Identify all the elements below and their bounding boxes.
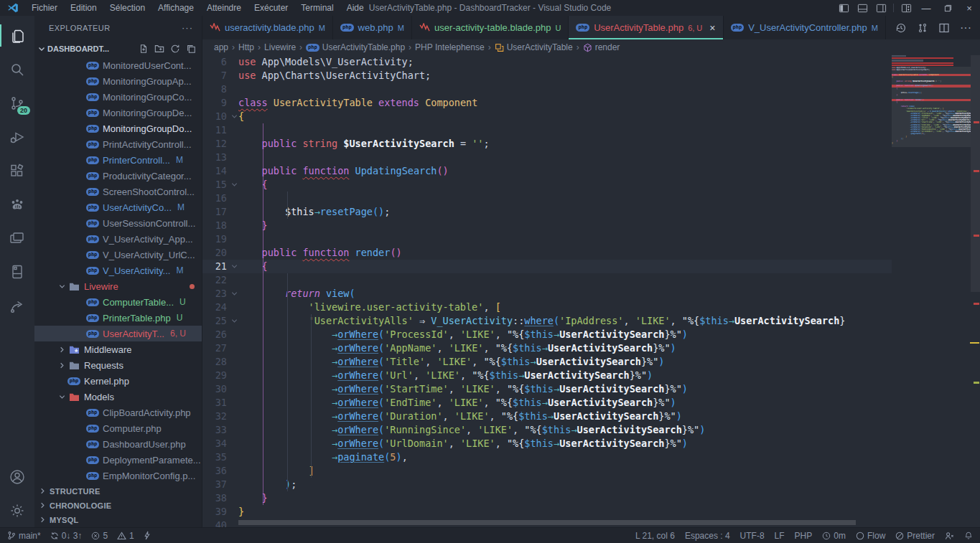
tree-item-EmpMonitorConfig.p...[interactable]: phpEmpMonitorConfig.p... <box>34 468 202 483</box>
tree-item-DeploymentParamete...[interactable]: phpDeploymentParamete... <box>34 452 202 468</box>
tree-item-MonitoredUserCont...[interactable]: phpMonitoredUserCont... <box>34 57 202 73</box>
code-line[interactable]: 13 <box>202 151 892 164</box>
tab-useractivity.blade.php[interactable]: useractivity.blade.phpM <box>202 16 333 39</box>
breadcrumb-item-app[interactable]: app <box>214 42 228 52</box>
status-item-1[interactable]: 1 <box>117 531 134 541</box>
code-line[interactable]: 26 →orWhere('ProcessId', 'LIKE', "%{$thi… <box>202 328 892 341</box>
history-icon[interactable] <box>895 22 907 34</box>
tab-user-activity-table.blade.php[interactable]: user-activity-table.blade.phpU <box>412 16 569 39</box>
tree-item-V_UserActivity_UrlC...[interactable]: phpV_UserActivity_UrlC... <box>34 247 202 263</box>
code-line[interactable]: 30 →orWhere('StartTime', 'LIKE', "%{$thi… <box>202 382 892 396</box>
split-editor-icon[interactable] <box>938 22 950 34</box>
overview-ruler[interactable] <box>971 55 980 527</box>
toggle-sidebar-icon[interactable] <box>834 0 853 16</box>
breadcrumb-item-Http[interactable]: Http <box>238 42 254 52</box>
tree-item-ComputerTable...[interactable]: phpComputerTable...U <box>34 294 202 310</box>
status-item-5[interactable]: 5 <box>91 531 108 541</box>
code-line[interactable]: 21 { <box>202 260 892 273</box>
tree-item-Computer.php[interactable]: phpComputer.php <box>34 420 202 436</box>
code-line[interactable]: 8 <box>202 82 892 96</box>
status-item-lf[interactable]: LF <box>775 531 785 541</box>
status-item-bell[interactable] <box>964 531 973 540</box>
menu-edition[interactable]: Edition <box>64 1 103 14</box>
status-item-php[interactable]: PHP <box>795 531 813 541</box>
minimap-slider[interactable] <box>892 67 971 147</box>
fold-chevron-icon[interactable] <box>230 110 238 123</box>
status-item-0m[interactable]: 0m <box>822 531 846 541</box>
fold-chevron-icon[interactable] <box>230 260 238 273</box>
tree-item-MonitoringGroupAp...[interactable]: phpMonitoringGroupAp... <box>34 73 202 89</box>
new-folder-icon[interactable] <box>154 44 164 54</box>
tree-item-PrinterTable.php[interactable]: phpPrinterTable.phpU <box>34 310 202 326</box>
status-item-flow[interactable]: Flow <box>856 531 885 541</box>
code-line[interactable]: 38 } <box>202 491 892 505</box>
tree-item-UserSessionControll...[interactable]: phpUserSessionControll... <box>34 215 202 231</box>
menu-fichier[interactable]: Fichier <box>25 1 64 14</box>
vertical-scrollbar[interactable] <box>971 55 980 292</box>
fold-chevron-icon[interactable] <box>230 314 238 328</box>
tree-item-UserActivityT...[interactable]: phpUserActivityT...6, U <box>34 326 202 341</box>
code-line[interactable]: 32 →orWhere('Duration', 'LIKE', "%{$this… <box>202 410 892 423</box>
editor-more-actions[interactable]: ··· <box>960 22 971 34</box>
code-editor[interactable]: 6use App\Models\V_UserActivity;7use App\… <box>202 55 980 527</box>
toggle-panel-icon[interactable] <box>853 0 872 16</box>
source-control-icon[interactable]: 20 <box>0 86 34 120</box>
code-line[interactable]: 15 { <box>202 178 892 192</box>
tree-item-Livewire[interactable]: Livewire <box>34 278 202 294</box>
tree-item-PrintActivityControll...[interactable]: phpPrintActivityControll... <box>34 136 202 152</box>
tree-item-Kernel.php[interactable]: phpKernel.php <box>34 373 202 389</box>
code-line[interactable]: 6use App\Models\V_UserActivity; <box>202 55 892 69</box>
workspace-section-header[interactable]: DASHBOARDT... <box>34 39 202 57</box>
refresh-icon[interactable] <box>170 44 180 54</box>
tab-V_UserActivityController.php[interactable]: phpV_UserActivityController.phpM <box>724 16 886 39</box>
fold-chevron-icon[interactable] <box>230 287 238 301</box>
breadcrumb-item-render[interactable]: render <box>583 42 620 52</box>
code-line[interactable]: 9class UserActivityTable extends Compone… <box>202 96 892 110</box>
share-arrow-icon[interactable] <box>0 288 34 322</box>
explorer-more-actions[interactable]: ··· <box>182 22 193 33</box>
code-line[interactable]: 39} <box>202 505 892 519</box>
tree-item-MonitoringGroupDe...[interactable]: phpMonitoringGroupDe... <box>34 105 202 121</box>
code-line[interactable]: 25 'UserActivityAlls' ⇒ V_UserActivity::… <box>202 314 892 328</box>
tree-item-V_UserActivity...[interactable]: phpV_UserActivity...M <box>34 263 202 278</box>
explorer-icon[interactable] <box>0 19 34 52</box>
menu-exécuter[interactable]: Exécuter <box>248 1 294 14</box>
code-line[interactable]: 28 →orWhere('Title', 'LIKE', "%{$this→Us… <box>202 355 892 369</box>
tree-item-ProductivityCategor...[interactable]: phpProductivityCategor... <box>34 168 202 184</box>
status-item-espaces---4[interactable]: Espaces : 4 <box>685 531 730 541</box>
notebook-icon[interactable] <box>0 255 34 288</box>
status-item-feedback[interactable] <box>945 532 954 540</box>
code-line[interactable]: 36 ] <box>202 464 892 478</box>
account-icon[interactable] <box>0 460 34 494</box>
code-line[interactable]: 18 } <box>202 219 892 232</box>
tree-item-DashboardUser.php[interactable]: phpDashboardUser.php <box>34 436 202 452</box>
code-line[interactable]: 7use App\Charts\UserActivityChart; <box>202 69 892 82</box>
maximize-button[interactable] <box>937 0 958 16</box>
new-file-icon[interactable] <box>139 44 149 54</box>
code-line[interactable]: 37 ); <box>202 478 892 491</box>
status-item-main-[interactable]: main* <box>7 531 41 541</box>
menu-terminal[interactable]: Terminal <box>294 1 340 14</box>
code-line[interactable]: 31 →orWhere('EndTime', 'LIKE', "%{$this→… <box>202 396 892 410</box>
windows-stack-icon[interactable] <box>0 221 34 255</box>
code-line[interactable]: 17 $this→resetPage(); <box>202 205 892 219</box>
menu-affichage[interactable]: Affichage <box>151 1 200 14</box>
code-line[interactable]: 12 public string $UserActivitySearch = '… <box>202 137 892 151</box>
sidebar-section-chronologie[interactable]: CHRONOLOGIE <box>34 499 202 513</box>
customize-layout-icon[interactable] <box>897 0 915 16</box>
toggle-secondary-sidebar-icon[interactable] <box>872 0 890 16</box>
code-line[interactable]: 14 public function UpdatingSearch() <box>202 164 892 178</box>
tree-item-UserActivityCo...[interactable]: phpUserActivityCo...M <box>34 199 202 215</box>
compare-changes-icon[interactable] <box>917 22 928 34</box>
code-line[interactable]: 23 return view( <box>202 287 892 301</box>
code-line[interactable]: 22 <box>202 273 892 287</box>
code-line[interactable]: 27 →orWhere('AppName', 'LIKE', "%{$this→… <box>202 341 892 355</box>
minimap[interactable]: use App\Models\V_UserActivity;use App\Ch… <box>892 55 971 527</box>
sidebar-section-structure[interactable]: STRUCTURE <box>34 484 202 499</box>
fold-chevron-icon[interactable] <box>230 178 238 192</box>
tree-item-Middleware[interactable]: Middleware <box>34 341 202 357</box>
close-tab-icon[interactable]: × <box>709 22 715 34</box>
code-line[interactable]: 20 public function render() <box>202 246 892 260</box>
status-item-utf-8[interactable]: UTF-8 <box>740 531 765 541</box>
search-icon[interactable] <box>0 52 34 86</box>
